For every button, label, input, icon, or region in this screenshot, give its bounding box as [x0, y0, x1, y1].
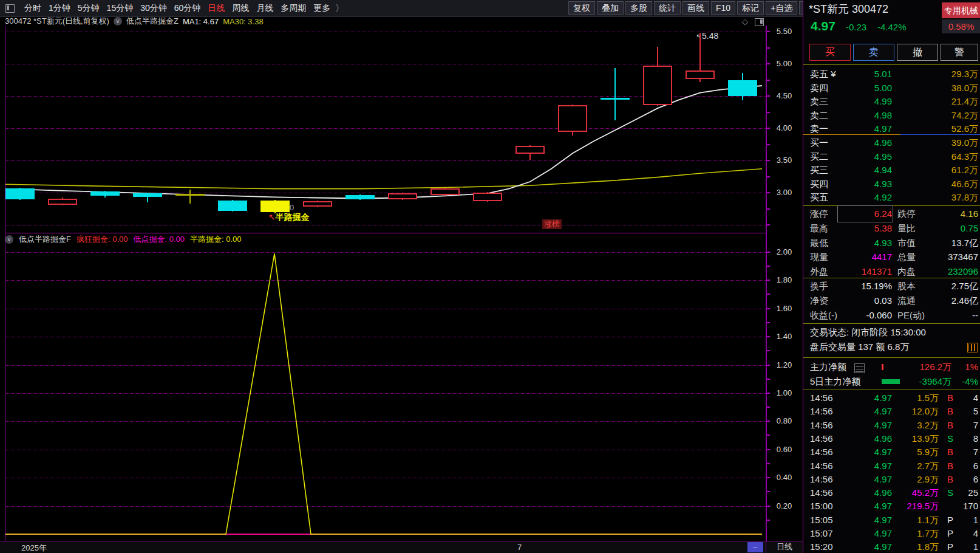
- stats-row: 涨停6.24跌停4.16: [803, 207, 980, 221]
- scroll-dash-button[interactable]: --: [747, 542, 763, 552]
- level-price: 5.01: [852, 67, 892, 81]
- candle-body[interactable]: [686, 70, 715, 80]
- order-button-卖[interactable]: 卖: [853, 44, 894, 61]
- chevron-down-circle-icon[interactable]: ∨: [114, 17, 122, 26]
- mini-chart-icon[interactable]: [967, 343, 978, 352]
- candle-body[interactable]: [473, 193, 502, 201]
- candle-body[interactable]: [601, 98, 630, 100]
- window-icon[interactable]: [5, 4, 15, 13]
- trade-row: 14:564.972.7万B6: [803, 459, 980, 473]
- trade-side: S: [947, 486, 957, 500]
- level-volume: 61.2万: [911, 163, 978, 177]
- candle-body[interactable]: [303, 201, 332, 207]
- bid-row[interactable]: 买五4.9237.8万: [803, 191, 980, 204]
- period-tabs: 分时1分钟5分钟15分钟30分钟60分钟日线周线月线多周期更多〉: [21, 3, 344, 14]
- candle-body[interactable]: [516, 146, 545, 154]
- stat-value: 5.38: [839, 221, 892, 236]
- toolbar-button-标记[interactable]: 标记: [737, 1, 764, 15]
- candle-body[interactable]: [728, 80, 757, 97]
- candle-body[interactable]: [48, 199, 77, 205]
- flow5-value: -3964万: [919, 374, 951, 389]
- trade-count: 1: [958, 514, 978, 527]
- toolbar-button-叠加[interactable]: 叠加: [597, 1, 624, 15]
- toolbar-button-多股[interactable]: 多股: [625, 1, 652, 15]
- stat-value: --: [924, 308, 978, 323]
- trade-volume: 1.7万: [884, 527, 939, 540]
- tab-60分钟[interactable]: 60分钟: [174, 3, 201, 14]
- ask-row[interactable]: 卖四5.0038.0万: [803, 81, 980, 95]
- candle-wick: [189, 190, 191, 204]
- ma30-line: [5, 169, 762, 189]
- tab-15分钟[interactable]: 15分钟: [107, 3, 134, 14]
- trade-row: 15:204.971.8万P1: [803, 540, 980, 553]
- indicator-name: 低点半路掘金Z: [126, 16, 179, 27]
- candle-body[interactable]: [643, 66, 672, 105]
- sector-badge[interactable]: 专用机械: [942, 2, 980, 18]
- trade-side: B: [947, 405, 957, 418]
- ask-row[interactable]: 卖二4.9874.2万: [803, 109, 980, 122]
- stat-value: 13.7亿: [924, 236, 978, 250]
- price-grid-4-label: 4.00: [766, 123, 803, 132]
- tab-30分钟[interactable]: 30分钟: [140, 3, 167, 14]
- tab-更多[interactable]: 更多: [313, 3, 330, 14]
- candle-body[interactable]: [345, 195, 375, 199]
- candle-body[interactable]: [388, 193, 417, 199]
- trade-volume: 2.7万: [884, 459, 939, 473]
- candle-body[interactable]: [5, 188, 35, 199]
- bid-row[interactable]: 买三4.9461.2万: [803, 163, 980, 177]
- toolbar-button-统计[interactable]: 统计: [654, 1, 681, 15]
- trade-row: 15:004.97219.5万170: [803, 500, 980, 513]
- tab-月线[interactable]: 月线: [256, 3, 273, 14]
- sub-grid-1.2-label: 1.20: [766, 360, 803, 369]
- candle-body[interactable]: [218, 201, 247, 211]
- tab-5分钟[interactable]: 5分钟: [78, 3, 100, 14]
- list-icon[interactable]: [854, 363, 865, 373]
- level-label: 买一: [810, 136, 828, 149]
- order-button-撤[interactable]: 撤: [897, 44, 938, 61]
- stat-label: 流通: [897, 294, 916, 308]
- tab-分时[interactable]: 分时: [24, 3, 41, 14]
- trade-time: 14:56: [810, 391, 833, 405]
- panel-toggle-icon[interactable]: [755, 18, 764, 26]
- stats-row: 现量4417总量373467: [803, 250, 980, 264]
- tab-日线[interactable]: 日线: [208, 3, 225, 14]
- sub-grid-2-label: 2.00: [766, 247, 803, 256]
- ask-row[interactable]: 卖五 ¥5.0129.3万: [803, 67, 980, 81]
- bid-row[interactable]: 买四4.9346.6万: [803, 177, 980, 191]
- trade-row: 15:074.971.7万P4: [803, 527, 980, 540]
- candle-body[interactable]: [260, 201, 290, 212]
- toolbar-button-F10[interactable]: F10: [711, 1, 735, 15]
- bid-row[interactable]: 买二4.9564.3万: [803, 150, 980, 163]
- rank-badge[interactable]: 涨榜: [542, 219, 562, 229]
- stat-value: -0.060: [839, 308, 892, 323]
- toolbar-button-画线[interactable]: 画线: [682, 1, 709, 15]
- level-volume: 37.8万: [911, 191, 978, 204]
- order-button-买[interactable]: 买: [809, 44, 851, 61]
- ask-row[interactable]: 卖三4.9921.4万: [803, 95, 980, 108]
- tab-多周期[interactable]: 多周期: [281, 3, 306, 14]
- candle-body[interactable]: [133, 193, 162, 197]
- tab-周线[interactable]: 周线: [232, 3, 249, 14]
- candle-body[interactable]: [430, 188, 460, 196]
- toolbar-button-+自选[interactable]: +自选: [766, 1, 797, 15]
- more-arrow-icon[interactable]: 〉: [335, 3, 344, 14]
- stat-label: PE(动): [897, 308, 925, 323]
- diamond-icon[interactable]: ◇: [742, 17, 748, 26]
- order-button-警[interactable]: 警: [941, 44, 978, 61]
- tab-1分钟[interactable]: 1分钟: [49, 3, 70, 14]
- trade-count: 170: [958, 500, 978, 513]
- trading-app-window: 分时1分钟5分钟15分钟30分钟60分钟日线周线月线多周期更多〉 复权叠加多股统…: [0, 0, 980, 553]
- sub-indicator-chart[interactable]: [5, 237, 766, 541]
- candle-body[interactable]: [175, 194, 205, 196]
- stat-label: 量比: [897, 221, 916, 236]
- candle-body[interactable]: [558, 105, 587, 132]
- candle-body[interactable]: [90, 191, 120, 196]
- toolbar-button-复权[interactable]: 复权: [568, 1, 595, 15]
- trade-volume: 1.8万: [884, 540, 939, 553]
- trade-count: 6: [958, 473, 978, 486]
- level-price: 4.92: [852, 191, 892, 204]
- level-label: 买五: [810, 191, 828, 204]
- stat-value: 4.93: [839, 236, 892, 250]
- period-indicator-cell[interactable]: 日线: [766, 541, 803, 553]
- bid-row[interactable]: 买一4.9639.0万: [803, 136, 980, 149]
